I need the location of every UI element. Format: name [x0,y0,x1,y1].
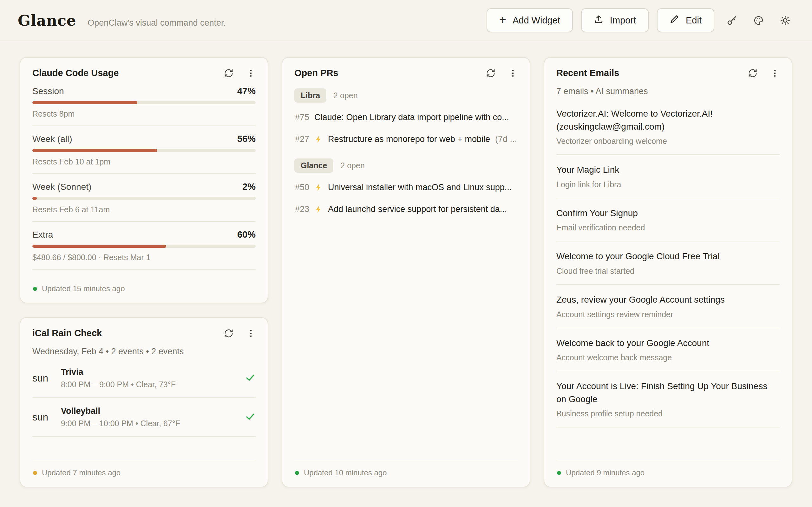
email-item[interactable]: Your Magic Link Login link for Libra [556,155,780,199]
email-title: Confirm Your Signup [556,207,780,220]
import-label: Import [610,15,636,26]
palette-icon[interactable] [749,11,768,30]
dashboard-grid: Claude Code Usage Session 47% Resets 8pm [0,41,812,507]
event-detail: 8:00 PM – 9:00 PM • Clear, 73°F [61,380,176,389]
status-dot-green [557,471,561,475]
usage-label: Extra [32,230,53,240]
email-item[interactable]: Zeus, review your Google Account setting… [556,285,780,328]
pr-age: (7d ... [495,134,517,144]
kebab-menu-icon[interactable] [508,68,518,78]
pr-number: #75 [295,112,309,122]
email-summary: Cloud free trial started [556,267,780,276]
email-item[interactable]: Your Account is Live: Finish Setting Up … [556,372,780,428]
event-title: Volleyball [61,406,180,416]
email-item[interactable]: Confirm Your Signup Email verification n… [556,199,780,242]
pr-row[interactable]: #27 Restructure as monorepo for web + mo… [294,128,518,150]
email-summary: Email verification needed [556,223,780,232]
pr-row[interactable]: #75 Claude: Open Library data import pip… [294,107,518,128]
pr-title: Restructure as monorepo for web + mobile [328,134,490,144]
usage-label: Session [32,86,64,96]
event-row: sun Trivia 8:00 PM – 9:00 PM • Clear, 73… [32,359,256,398]
column-1: Claude Code Usage Session 47% Resets 8pm [20,57,268,487]
progress-bar [32,245,256,248]
status-dot-green [33,287,37,291]
event-detail: 9:00 PM – 10:00 PM • Clear, 67°F [61,419,180,428]
event-row: sun Volleyball 9:00 PM – 10:00 PM • Clea… [32,398,256,437]
pr-row[interactable]: #23 Add launchd service support for pers… [294,199,518,220]
kebab-menu-icon[interactable] [246,68,256,78]
event-day: sun [32,412,61,423]
kebab-menu-icon[interactable] [770,68,780,78]
usage-note: $480.66 / $800.00 · Resets Mar 1 [32,253,256,262]
widget-footer: Updated 7 minutes ago [32,461,256,480]
widget-ical-rain-check: iCal Rain Check Wednesday, Feb 4 • 2 eve… [20,317,268,487]
pr-title: Universal installer with macOS and Linux… [328,182,512,192]
key-icon[interactable] [722,11,741,30]
pr-title: Add launchd service support for persiste… [328,205,507,214]
pr-number: #23 [295,205,309,214]
usage-row-extra: Extra 60% $480.66 / $800.00 · Resets Mar… [32,229,256,270]
usage-label: Week (all) [32,134,72,144]
email-title: Zeus, review your Google Account setting… [556,293,780,306]
progress-bar [32,197,256,200]
upload-icon [594,14,604,26]
pencil-icon [670,14,679,26]
email-title: Welcome back to your Google Account [556,337,780,350]
add-widget-button[interactable]: + Add Widget [487,8,573,32]
pr-group-header: Glance 2 open [294,158,518,173]
usage-percent: 60% [237,229,256,240]
email-summary: Vectorizer onboarding welcome [556,136,780,146]
header-actions: + Add Widget Import Edit [487,8,794,32]
edit-button[interactable]: Edit [657,8,714,32]
pr-count: 2 open [340,161,364,170]
usage-note: Resets 8pm [32,109,256,118]
widget-footer: Updated 10 minutes ago [294,461,518,480]
email-title: Your Account is Live: Finish Setting Up … [556,380,780,406]
progress-bar [32,149,256,152]
pr-count: 2 open [334,91,357,100]
usage-row-session: Session 47% Resets 8pm [32,86,256,126]
email-item[interactable]: Vectorizer.AI: Welcome to Vectorizer.AI!… [556,99,780,155]
widget-title: iCal Rain Check [32,328,102,338]
pr-title: Claude: Open Library data import pipelin… [314,112,509,122]
plus-icon: + [499,14,506,26]
email-summary: Business profile setup needed [556,409,780,418]
theme-sun-icon[interactable] [776,11,794,30]
usage-row-week-all: Week (all) 56% Resets Feb 10 at 1pm [32,134,256,174]
pr-row[interactable]: #50 Universal installer with macOS and L… [294,176,518,199]
updated-text: Updated 10 minutes ago [304,468,387,477]
usage-percent: 56% [237,134,256,144]
check-icon [245,372,256,384]
refresh-icon[interactable] [224,329,234,338]
brand: Glance OpenClaw's visual command center. [18,12,226,29]
ical-subtitle: Wednesday, Feb 4 • 2 events • 2 events [32,347,256,356]
repo-badge: Libra [294,89,326,103]
progress-bar [32,101,256,104]
widget-open-prs: Open PRs Libra 2 open #75 Claude: Open L… [282,57,530,487]
email-summary: Account welcome back message [556,353,780,362]
kebab-menu-icon[interactable] [246,329,256,338]
refresh-icon[interactable] [486,68,496,78]
event-day: sun [32,373,61,384]
app-subtitle: OpenClaw's visual command center. [88,18,226,28]
usage-percent: 2% [242,181,256,192]
bolt-icon [314,135,323,144]
refresh-icon[interactable] [224,68,234,78]
pr-group-header: Libra 2 open [294,89,518,103]
status-dot-green [295,471,299,475]
widget-footer: Updated 9 minutes ago [556,461,780,480]
usage-note: Resets Feb 6 at 11am [32,205,256,214]
refresh-icon[interactable] [748,68,757,78]
widget-footer: Updated 15 minutes ago [32,277,256,296]
widget-title: Open PRs [294,68,339,78]
bolt-icon [314,205,323,214]
repo-badge: Glance [294,158,334,173]
usage-row-week-sonnet: Week (Sonnet) 2% Resets Feb 6 at 11am [32,181,256,222]
email-item[interactable]: Welcome back to your Google Account Acco… [556,328,780,372]
status-dot-amber [33,471,37,475]
email-item[interactable]: Welcome to your Google Cloud Free Trial … [556,241,780,285]
import-button[interactable]: Import [581,8,649,32]
widget-recent-emails: Recent Emails 7 emails • AI summaries Ve… [544,57,792,487]
bolt-icon [314,183,323,192]
check-icon [245,411,256,424]
